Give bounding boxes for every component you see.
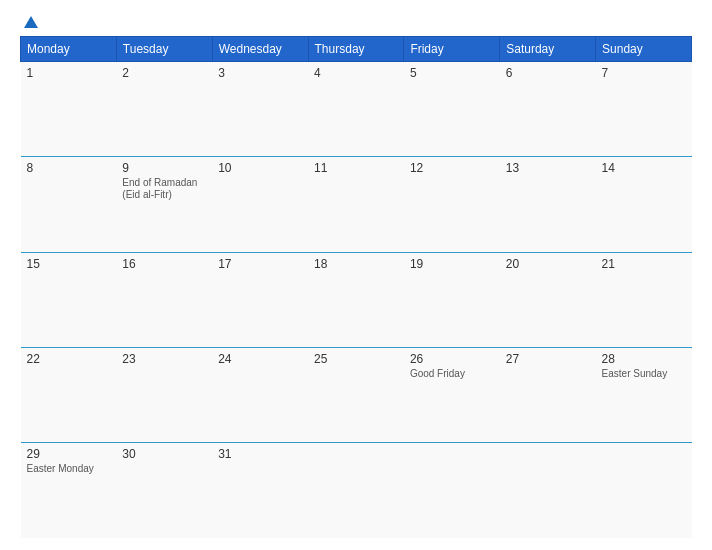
day-number: 8 [27,161,111,175]
day-number: 20 [506,257,590,271]
day-number: 26 [410,352,494,366]
day-number: 15 [27,257,111,271]
calendar-cell: 27 [500,347,596,442]
weekday-header-row: MondayTuesdayWednesdayThursdayFridaySatu… [21,37,692,62]
day-number: 5 [410,66,494,80]
calendar-week-row: 29Easter Monday3031 [21,443,692,538]
calendar-cell: 8 [21,157,117,252]
day-number: 30 [122,447,206,461]
calendar-cell: 7 [596,62,692,157]
calendar-cell: 30 [116,443,212,538]
calendar-cell: 4 [308,62,404,157]
calendar-cell: 10 [212,157,308,252]
calendar-cell [404,443,500,538]
day-number: 22 [27,352,111,366]
day-number: 6 [506,66,590,80]
calendar-cell: 24 [212,347,308,442]
calendar-cell: 17 [212,252,308,347]
calendar-cell: 26Good Friday [404,347,500,442]
calendar-cell: 18 [308,252,404,347]
calendar-week-row: 15161718192021 [21,252,692,347]
calendar-cell: 29Easter Monday [21,443,117,538]
calendar-cell: 28Easter Sunday [596,347,692,442]
calendar-cell: 16 [116,252,212,347]
holiday-label: End of Ramadan(Eid al-Fitr) [122,177,206,201]
day-number: 12 [410,161,494,175]
day-number: 7 [602,66,686,80]
holiday-label: Easter Sunday [602,368,686,380]
calendar-cell: 1 [21,62,117,157]
weekday-header-saturday: Saturday [500,37,596,62]
calendar-cell [500,443,596,538]
day-number: 13 [506,161,590,175]
calendar-cell: 5 [404,62,500,157]
calendar-cell: 20 [500,252,596,347]
day-number: 3 [218,66,302,80]
day-number: 19 [410,257,494,271]
day-number: 4 [314,66,398,80]
day-number: 18 [314,257,398,271]
calendar-cell: 22 [21,347,117,442]
calendar-cell: 2 [116,62,212,157]
calendar-cell: 13 [500,157,596,252]
day-number: 10 [218,161,302,175]
calendar-table: MondayTuesdayWednesdayThursdayFridaySatu… [20,36,692,538]
logo-blue-text [20,16,38,28]
logo-triangle-icon [24,16,38,28]
calendar-cell: 21 [596,252,692,347]
holiday-label: Good Friday [410,368,494,380]
calendar-cell: 11 [308,157,404,252]
day-number: 11 [314,161,398,175]
day-number: 25 [314,352,398,366]
calendar-week-row: 1234567 [21,62,692,157]
calendar-header [20,16,692,28]
day-number: 1 [27,66,111,80]
day-number: 24 [218,352,302,366]
day-number: 16 [122,257,206,271]
calendar-cell: 12 [404,157,500,252]
day-number: 17 [218,257,302,271]
calendar-cell: 14 [596,157,692,252]
day-number: 27 [506,352,590,366]
day-number: 28 [602,352,686,366]
logo [20,16,38,28]
calendar-cell: 3 [212,62,308,157]
calendar-cell: 25 [308,347,404,442]
calendar-week-row: 89End of Ramadan(Eid al-Fitr)1011121314 [21,157,692,252]
day-number: 31 [218,447,302,461]
day-number: 29 [27,447,111,461]
calendar-cell: 19 [404,252,500,347]
weekday-header-thursday: Thursday [308,37,404,62]
holiday-label: Easter Monday [27,463,111,475]
calendar-cell: 31 [212,443,308,538]
calendar-cell [308,443,404,538]
day-number: 21 [602,257,686,271]
day-number: 9 [122,161,206,175]
weekday-header-tuesday: Tuesday [116,37,212,62]
day-number: 2 [122,66,206,80]
calendar-cell [596,443,692,538]
calendar-week-row: 2223242526Good Friday2728Easter Sunday [21,347,692,442]
calendar-cell: 9End of Ramadan(Eid al-Fitr) [116,157,212,252]
day-number: 23 [122,352,206,366]
calendar-cell: 6 [500,62,596,157]
day-number: 14 [602,161,686,175]
calendar-cell: 23 [116,347,212,442]
weekday-header-wednesday: Wednesday [212,37,308,62]
weekday-header-monday: Monday [21,37,117,62]
weekday-header-sunday: Sunday [596,37,692,62]
weekday-header-friday: Friday [404,37,500,62]
calendar-cell: 15 [21,252,117,347]
